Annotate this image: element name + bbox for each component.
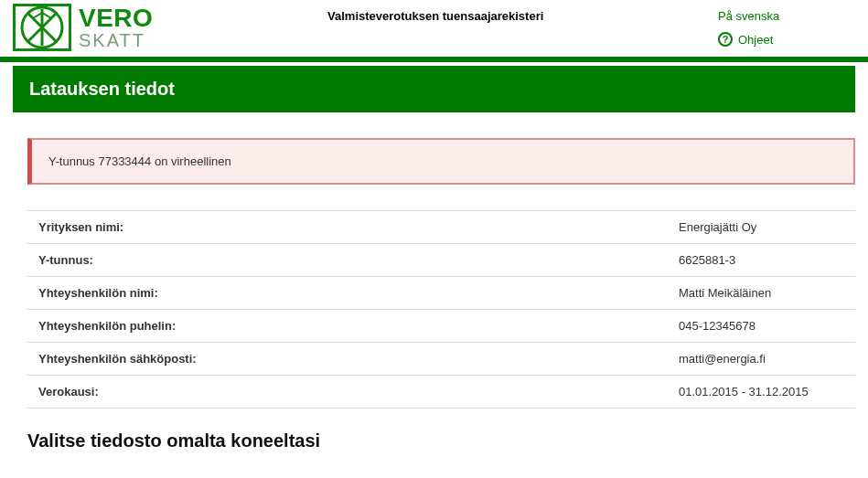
error-message: Y-tunnus 77333444 on virheellinen <box>27 138 855 185</box>
help-link[interactable]: ? Ohjeet <box>718 32 855 47</box>
header: VERO SKATT Valmisteverotuksen tuensaajar… <box>0 0 868 62</box>
language-link-label: På svenska <box>718 9 779 23</box>
logo-top-text: VERO <box>79 5 153 31</box>
logo-bottom-text: SKATT <box>79 31 153 50</box>
company-name-label: Yrityksen nimi: <box>27 211 668 244</box>
help-icon: ? <box>718 32 733 47</box>
header-center: Valmisteverotuksen tuensaajarekisteri <box>153 4 718 23</box>
contact-name-label: Yhteyshenkilön nimi: <box>27 277 668 310</box>
header-right: På svenska ? Ohjeet <box>718 4 855 47</box>
table-row: Yhteyshenkilön puhelin: 045-12345678 <box>27 310 855 343</box>
logo: VERO SKATT <box>13 4 153 51</box>
language-link[interactable]: På svenska <box>718 9 855 23</box>
contact-email-value: matti@energia.fi <box>668 343 855 376</box>
table-row: Yrityksen nimi: Energiajätti Oy <box>27 211 855 244</box>
business-id-value: 6625881-3 <box>668 244 855 277</box>
tax-period-value: 01.01.2015 - 31.12.2015 <box>668 376 855 409</box>
company-name-value: Energiajätti Oy <box>668 211 855 244</box>
contact-phone-label: Yhteyshenkilön puhelin: <box>27 310 668 343</box>
vero-emblem-icon <box>20 5 64 49</box>
page-title: Latauksen tiedot <box>13 66 855 112</box>
tax-period-label: Verokausi: <box>27 376 668 409</box>
content: Y-tunnus 77333444 on virheellinen Yrityk… <box>0 112 868 451</box>
contact-phone-value: 045-12345678 <box>668 310 855 343</box>
business-id-label: Y-tunnus: <box>27 244 668 277</box>
logo-text: VERO SKATT <box>79 5 153 50</box>
contact-name-value: Matti Meikäläinen <box>668 277 855 310</box>
logo-badge-icon <box>13 4 71 51</box>
table-row: Yhteyshenkilön nimi: Matti Meikäläinen <box>27 277 855 310</box>
contact-email-label: Yhteyshenkilön sähköposti: <box>27 343 668 376</box>
table-row: Y-tunnus: 6625881-3 <box>27 244 855 277</box>
info-table: Yrityksen nimi: Energiajätti Oy Y-tunnus… <box>27 210 855 409</box>
file-select-heading: Valitse tiedosto omalta koneeltasi <box>27 430 855 451</box>
table-row: Yhteyshenkilön sähköposti: matti@energia… <box>27 343 855 376</box>
help-link-label: Ohjeet <box>738 33 773 47</box>
table-row: Verokausi: 01.01.2015 - 31.12.2015 <box>27 376 855 409</box>
app-title: Valmisteverotuksen tuensaajarekisteri <box>327 9 543 23</box>
